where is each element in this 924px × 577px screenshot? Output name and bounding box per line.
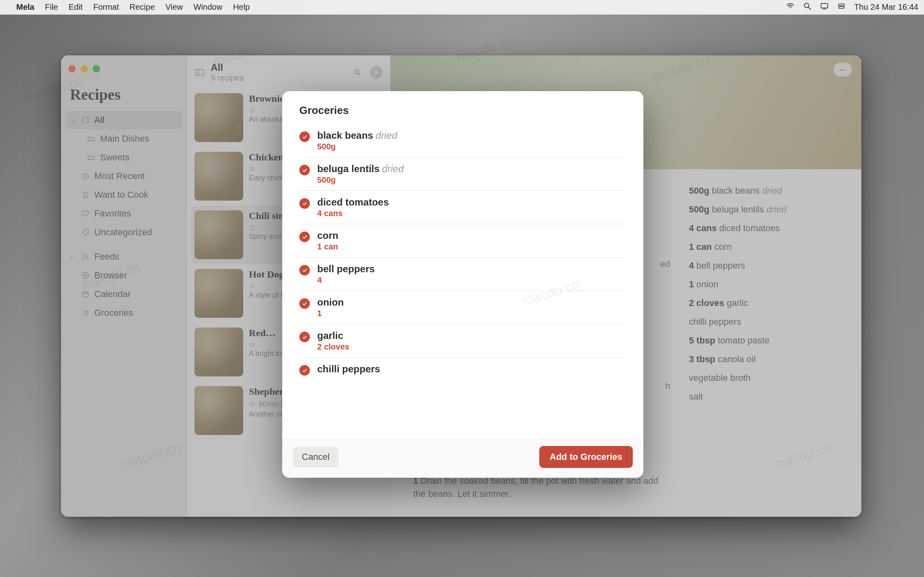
grocery-name: diced tomatoes (317, 197, 389, 208)
checkmark-icon[interactable] (299, 232, 310, 242)
menu-help[interactable]: Help (233, 2, 250, 12)
grocery-amount: 1 (317, 309, 344, 318)
grocery-name: black beans (317, 130, 373, 141)
app-name[interactable]: Mela (16, 2, 34, 12)
grocery-amount: 2 cloves (317, 342, 349, 352)
grocery-amount: 1 can (317, 242, 338, 251)
svg-rect-2 (821, 4, 828, 8)
modal-title: Groceries (282, 91, 643, 122)
grocery-item[interactable]: bell peppers 4 (299, 258, 626, 291)
menu-view[interactable]: View (166, 2, 183, 12)
checkmark-icon[interactable] (299, 265, 310, 275)
control-center-icon[interactable] (837, 2, 846, 13)
groceries-list[interactable]: black beansdried 500g beluga lentilsdrie… (282, 122, 643, 439)
checkmark-icon[interactable] (299, 365, 310, 376)
grocery-name: corn (317, 230, 338, 241)
grocery-amount: 500g (317, 142, 397, 151)
grocery-item[interactable]: black beansdried 500g (299, 124, 626, 157)
grocery-item[interactable]: garlic 2 cloves (299, 324, 626, 358)
grocery-note: dried (382, 163, 403, 174)
svg-rect-4 (839, 4, 845, 6)
grocery-item[interactable]: diced tomatoes 4 cans (299, 191, 626, 224)
menu-recipe[interactable]: Recipe (130, 2, 155, 12)
menu-format[interactable]: Format (93, 2, 119, 12)
checkmark-icon[interactable] (299, 332, 310, 342)
grocery-item[interactable]: onion 1 (299, 291, 626, 324)
checkmark-icon[interactable] (299, 131, 310, 142)
modal-footer: Cancel Add to Groceries (282, 439, 643, 478)
add-to-groceries-button[interactable]: Add to Groceries (539, 446, 633, 468)
menu-file[interactable]: File (45, 2, 58, 12)
svg-point-0 (804, 3, 809, 8)
menubar-clock[interactable]: Thu 24 Mar 16:44 (854, 2, 918, 12)
checkmark-icon[interactable] (299, 298, 310, 309)
grocery-item[interactable]: chilli peppers (299, 358, 626, 381)
macos-menubar: Mela File Edit Format Recipe View Window… (0, 0, 924, 15)
checkmark-icon[interactable] (299, 198, 310, 209)
grocery-name: chilli peppers (317, 363, 380, 374)
groceries-modal: Groceries black beansdried 500g beluga l… (282, 91, 643, 478)
grocery-amount: 500g (317, 175, 404, 185)
spotlight-icon[interactable] (803, 2, 812, 13)
grocery-name: onion (317, 297, 344, 308)
svg-line-1 (808, 7, 811, 10)
grocery-item[interactable]: beluga lentilsdried 500g (299, 157, 626, 191)
grocery-item[interactable]: corn 1 can (299, 224, 626, 258)
menu-window[interactable]: Window (194, 2, 222, 12)
grocery-name: beluga lentils (317, 163, 379, 174)
grocery-note: dried (375, 130, 397, 141)
grocery-amount: 4 (317, 275, 375, 285)
checkmark-icon[interactable] (299, 165, 310, 175)
menu-edit[interactable]: Edit (69, 2, 83, 12)
cancel-button[interactable]: Cancel (293, 447, 338, 467)
svg-rect-5 (839, 7, 845, 9)
grocery-amount: 4 cans (317, 209, 389, 218)
display-icon[interactable] (820, 2, 829, 13)
grocery-name: bell peppers (317, 263, 375, 274)
grocery-name: garlic (317, 330, 343, 341)
wifi-icon[interactable] (786, 2, 795, 13)
